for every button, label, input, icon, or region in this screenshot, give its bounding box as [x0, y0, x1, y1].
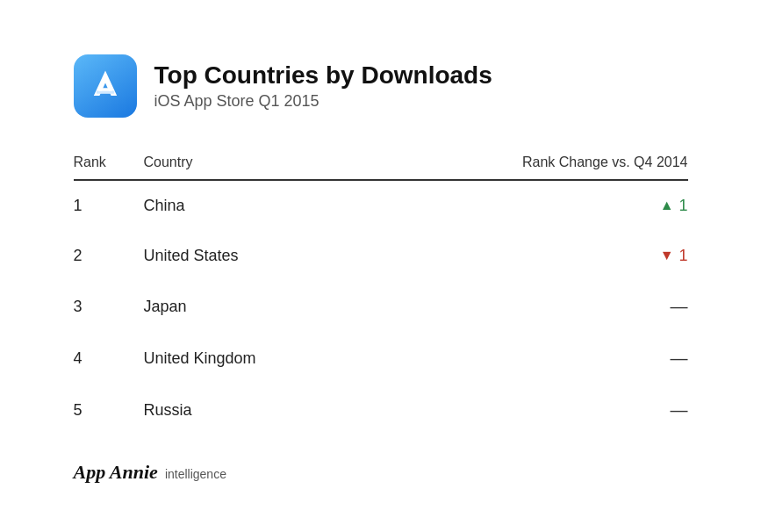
data-table: Rank Country Rank Change vs. Q4 2014 1Ch…: [74, 146, 688, 436]
country-cell: Russia: [144, 385, 407, 436]
table-row: 2United States▼1: [74, 231, 688, 281]
rank-cell: 1: [74, 181, 144, 231]
header-title: Top Countries by Downloads: [154, 61, 492, 90]
header-subtitle: iOS App Store Q1 2015: [154, 92, 492, 111]
country-cell: United States: [144, 231, 407, 281]
app-store-icon: [74, 54, 137, 118]
table-row: 3Japan—: [74, 281, 688, 333]
change-cell: ▼1: [407, 231, 688, 281]
change-cell: —: [407, 385, 688, 436]
country-cell: United Kingdom: [144, 333, 407, 385]
change-cell: ▲1: [407, 181, 688, 231]
no-change-dash: —: [671, 349, 688, 369]
change-number: 1: [678, 247, 687, 265]
country-cell: Japan: [144, 281, 407, 333]
rank-cell: 4: [74, 333, 144, 385]
arrow-down-icon: ▼: [660, 248, 674, 263]
rank-cell: 3: [74, 281, 144, 333]
card: Top Countries by Downloads iOS App Store…: [39, 23, 723, 510]
change-cell: —: [407, 333, 688, 385]
col-country: Country: [144, 146, 407, 180]
table-header-row: Rank Country Rank Change vs. Q4 2014: [74, 146, 688, 180]
change-cell: —: [407, 281, 688, 333]
no-change-dash: —: [671, 297, 688, 317]
col-change: Rank Change vs. Q4 2014: [407, 146, 688, 180]
rank-cell: 5: [74, 385, 144, 436]
change-number: 1: [678, 197, 687, 215]
table-row: 5Russia—: [74, 385, 688, 436]
table-row: 1China▲1: [74, 181, 688, 231]
footer: App Annie intelligence: [74, 461, 688, 484]
arrow-up-icon: ▲: [660, 198, 674, 213]
header-text: Top Countries by Downloads iOS App Store…: [154, 61, 492, 111]
rank-cell: 2: [74, 231, 144, 281]
country-cell: China: [144, 181, 407, 231]
header: Top Countries by Downloads iOS App Store…: [74, 54, 688, 118]
svg-rect-3: [98, 88, 112, 91]
footer-sub: intelligence: [165, 467, 226, 481]
svg-rect-2: [96, 90, 113, 94]
no-change-dash: —: [671, 400, 688, 421]
col-rank: Rank: [74, 146, 144, 180]
table-row: 4United Kingdom—: [74, 333, 688, 385]
footer-brand: App Annie: [74, 461, 158, 484]
